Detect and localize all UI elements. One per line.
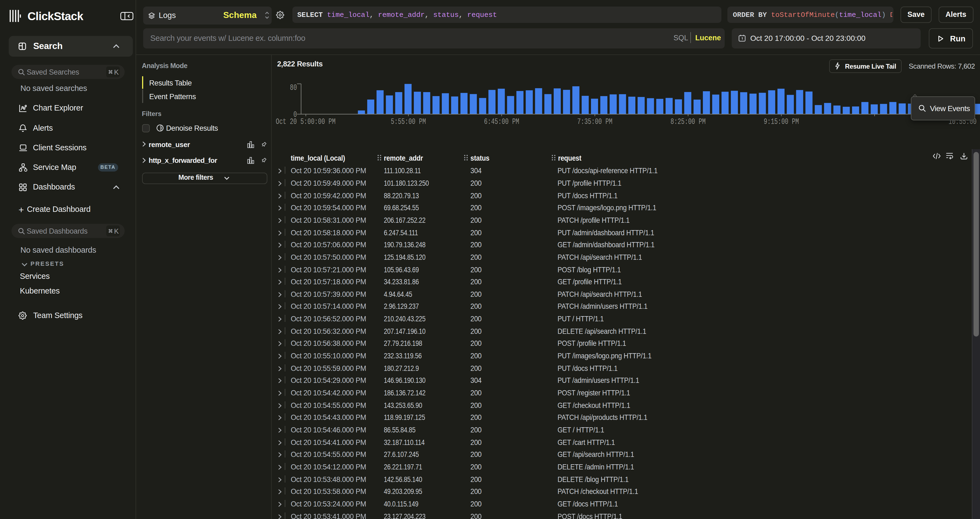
svg-text:5:55:00 PM: 5:55:00 PM <box>391 117 426 126</box>
svg-text:7:35:00 PM: 7:35:00 PM <box>578 117 612 126</box>
svg-text:6:45:00 PM: 6:45:00 PM <box>484 117 519 126</box>
svg-text:8:25:00 PM: 8:25:00 PM <box>670 117 706 126</box>
svg-text:80: 80 <box>290 83 297 92</box>
svg-text:Oct 20 5:00:00 PM: Oct 20 5:00:00 PM <box>276 117 336 126</box>
svg-text:9:15:00 PM: 9:15:00 PM <box>764 117 799 126</box>
